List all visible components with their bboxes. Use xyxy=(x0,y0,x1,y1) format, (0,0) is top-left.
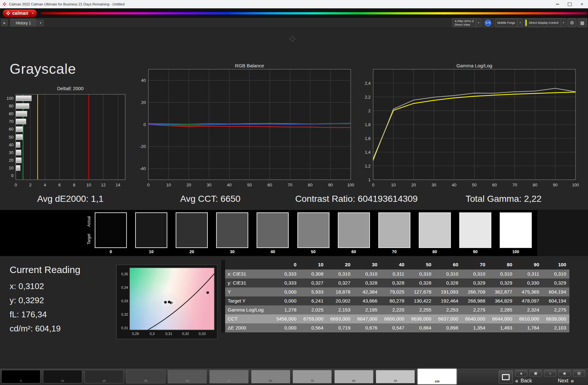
main-toolbar: calman ▼ xyxy=(0,8,588,18)
display-control-dropdown[interactable]: Direct Display Control ▼ xyxy=(524,18,566,27)
svg-text:40: 40 xyxy=(141,78,146,83)
column-header: 60 xyxy=(434,260,461,270)
table-value: 2,285 xyxy=(488,305,515,314)
row-label: ΔE 2000 xyxy=(225,323,273,332)
table-value: 192,464 xyxy=(434,296,461,305)
calman-logo-icon xyxy=(6,11,11,16)
collapse-button[interactable]: ▲ xyxy=(515,370,527,376)
column-header: 30 xyxy=(354,260,381,270)
reading-y: y: 0,3292 xyxy=(10,295,44,305)
workspace-flyout-button[interactable]: ▶ xyxy=(1,20,8,26)
svg-text:8: 8 xyxy=(73,183,75,187)
svg-text:2,2: 2,2 xyxy=(365,95,371,99)
layout-button[interactable]: ▦ xyxy=(578,18,587,27)
grayscale-swatch-100 xyxy=(500,212,532,248)
svg-text:100: 100 xyxy=(347,183,354,187)
pattern-level-30[interactable]: 30 xyxy=(126,370,165,383)
minimize-icon xyxy=(556,4,559,4)
settings-button[interactable]: ⚙ xyxy=(567,18,576,27)
column-header: 90 xyxy=(515,260,542,270)
table-value: 6,241 xyxy=(300,296,327,305)
svg-text:80: 80 xyxy=(308,183,312,187)
row-lead xyxy=(221,287,225,296)
column-header: 0 xyxy=(273,260,300,270)
svg-text:0: 0 xyxy=(372,183,374,187)
pattern-level-60[interactable]: 60 xyxy=(251,370,290,383)
table-value: 0,330 xyxy=(515,278,542,287)
chevrons-left-icon: « xyxy=(515,378,518,384)
pattern-level-100[interactable]: 100 xyxy=(417,369,457,384)
table-value: 2,275 xyxy=(461,305,488,314)
svg-text:20: 20 xyxy=(187,183,191,187)
home-button[interactable]: ⌂ xyxy=(544,370,556,376)
svg-text:0,3: 0,3 xyxy=(150,332,154,336)
table-value: 0,310 xyxy=(434,270,461,278)
maximize-button[interactable] xyxy=(564,0,576,8)
pattern-level-90[interactable]: 90 xyxy=(376,370,415,383)
table-value: 266,709 xyxy=(461,287,488,296)
table-value: 0,328 xyxy=(354,278,381,287)
table-value: 0,327 xyxy=(327,278,354,287)
table-value: 0,884 xyxy=(408,323,434,332)
menu-dropdown-icon: ▼ xyxy=(32,12,34,14)
notes-button[interactable]: ▤ xyxy=(573,370,585,376)
notes-icon: ▤ xyxy=(577,371,581,375)
pattern-level-0[interactable]: 0 xyxy=(1,370,40,383)
table-value: 0,564 xyxy=(300,323,327,332)
swatch-level-label: 10 xyxy=(135,249,168,254)
tab-history-1[interactable]: History 1 xyxy=(10,19,36,27)
svg-text:-40: -40 xyxy=(140,166,146,171)
display-button[interactable]: ▣ xyxy=(530,370,542,376)
close-button[interactable]: × xyxy=(576,0,588,8)
svg-text:30: 30 xyxy=(9,150,13,155)
grayscale-swatch-40 xyxy=(257,212,289,248)
next-button[interactable]: Next » xyxy=(558,377,574,385)
table-value: 2,103 xyxy=(542,323,569,332)
pattern-level-label: 100 xyxy=(434,380,439,383)
source-select-dropdown[interactable]: Mobile Forge ▼ xyxy=(495,18,523,27)
pattern-level-10[interactable]: 10 xyxy=(43,370,82,383)
table-value: 80,278 xyxy=(381,296,408,305)
svg-text:90: 90 xyxy=(9,104,13,108)
grayscale-swatch-30 xyxy=(216,212,248,248)
table-value: 0,000 xyxy=(273,323,300,332)
table-value: 2,195 xyxy=(354,305,381,314)
pattern-window-button[interactable] xyxy=(499,371,513,383)
meter-select-dropdown[interactable]: X-Rite i1Pro 3 Direct View ▼ xyxy=(452,18,481,27)
svg-text:0,32: 0,32 xyxy=(121,312,128,316)
add-tab-button[interactable]: + xyxy=(37,20,44,26)
home-icon: ⌂ xyxy=(549,371,551,375)
collapse-icon: ▲ xyxy=(520,371,523,375)
rgb-balance-chart: 010203040506070809010040200-20-40 xyxy=(135,64,356,190)
table-value: 6600,000 xyxy=(381,314,408,323)
calman-menu-button[interactable]: calman ▼ xyxy=(3,9,37,17)
back-button[interactable]: « Back xyxy=(515,377,532,385)
svg-text:50: 50 xyxy=(247,183,252,187)
svg-text:100: 100 xyxy=(6,96,13,101)
svg-text:80: 80 xyxy=(533,183,537,187)
svg-text:60: 60 xyxy=(268,183,272,187)
minimize-button[interactable] xyxy=(551,0,564,8)
pattern-level-20[interactable]: 20 xyxy=(84,370,124,383)
pattern-bar: « Back Next » 0102030405060708090100▲▣⌂◉… xyxy=(0,368,588,385)
table-value: 604,194 xyxy=(542,287,569,296)
table-value: 1,784 xyxy=(515,323,542,332)
probe-button[interactable]: ◉ xyxy=(558,370,571,376)
window-controls: × xyxy=(551,0,588,8)
swatch-level-label: 20 xyxy=(175,249,208,254)
swatch-level-label: 30 xyxy=(215,249,249,254)
svg-text:0: 0 xyxy=(14,183,17,187)
pattern-level-70[interactable]: 70 xyxy=(293,370,332,383)
table-value: 6640,000 xyxy=(461,314,488,323)
pattern-level-label: 60 xyxy=(269,379,272,382)
svg-text:0,33: 0,33 xyxy=(199,332,206,336)
svg-text:0,33: 0,33 xyxy=(121,299,128,303)
maximize-icon xyxy=(568,3,572,6)
pattern-level-80[interactable]: 80 xyxy=(334,370,373,383)
pattern-level-40[interactable]: 40 xyxy=(168,370,207,383)
svg-text:0,32: 0,32 xyxy=(182,332,189,336)
layout-icon: ▦ xyxy=(580,20,584,25)
column-header: 100 xyxy=(542,260,569,270)
pattern-level-50[interactable]: 50 xyxy=(209,370,249,383)
table-value: 0,328 xyxy=(408,278,434,287)
